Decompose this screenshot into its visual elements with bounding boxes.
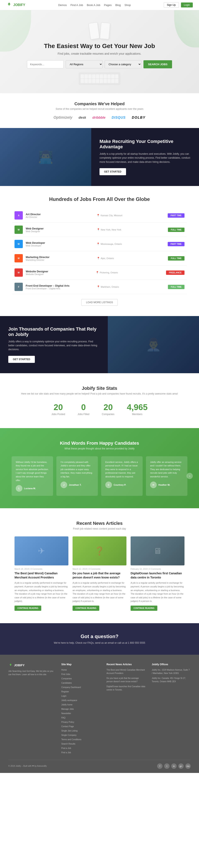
nav-book-job[interactable]: Book A Job	[87, 3, 100, 7]
sitemap-link-register[interactable]: Register	[61, 690, 69, 693]
sitemap-link-faq[interactable]: FAQ	[61, 717, 65, 719]
testimonials-next-button[interactable]: ›	[187, 473, 193, 479]
job-title-4: Website Designer	[26, 270, 93, 273]
login-button[interactable]: Login	[181, 2, 193, 7]
footer-bottom: © 2019 Jobify – Built with ❤ by Astoundi…	[8, 760, 191, 769]
footer-news-link-1[interactable]: Do you have a job that the average perso…	[107, 677, 139, 683]
news-subtitle: Fresh job-related news content posted ea…	[12, 527, 187, 530]
logo-optimizely: Optimizely	[54, 115, 72, 120]
testimonials-section: Kind Words From Happy Candidates What th…	[0, 428, 199, 508]
nav-demos[interactable]: Demos	[58, 3, 67, 7]
sitemap-link-search-results[interactable]: Search Results	[61, 743, 76, 745]
news-article-title-2: DigitalOcean launches first Canadian dat…	[131, 571, 184, 580]
sitemap-link-companies[interactable]: Companies	[61, 678, 72, 680]
stat-number-0: 20	[51, 403, 65, 412]
stat-jobs-posted: 20 Jobs Posted	[51, 403, 65, 416]
load-more-button[interactable]: LOAD MORE LISTINGS	[81, 299, 118, 306]
sitemap-link-candidates[interactable]: Candidates	[61, 682, 72, 684]
footer-news-link-2[interactable]: DigitalOcean launches first Canadian dat…	[107, 685, 145, 691]
sitemap-link-workspace[interactable]: Jobify workspace	[61, 699, 77, 702]
job-badge-0[interactable]: PART TIME	[168, 213, 184, 218]
footer-office-1: Jobify Inc. Canada: 451 Yonge St 27, Tor…	[152, 677, 186, 683]
location-pin-icon: 📍	[96, 243, 100, 245]
sitemap-link-newsletter[interactable]: Newsletter	[61, 712, 71, 715]
avatar-3: H	[150, 482, 157, 488]
job-subtitle-1: Web Designer	[26, 230, 94, 232]
signup-button[interactable]: Sign Up	[164, 2, 179, 8]
list-item: Jobify workspace	[61, 699, 100, 702]
footer-news-link-0[interactable]: The Best (and Worst) Canadian Merchant A…	[107, 669, 145, 674]
keyword-input[interactable]	[27, 60, 64, 68]
job-badge-2[interactable]: PART TIME	[168, 242, 184, 246]
job-logo-3: M	[15, 254, 23, 262]
footer-sitemap: Site Map Home Find Jobs Companies Candid…	[61, 663, 100, 755]
join-cta-button[interactable]: GET STARTED	[8, 356, 35, 363]
testimonial-author-1: J Jonathan T.	[60, 482, 94, 488]
footer-recent-news: Recent News Articles The Best (and Worst…	[107, 663, 145, 755]
stats-section: Jobify Site Stats Here we list our site …	[0, 373, 199, 428]
nav-pages[interactable]: Pages	[104, 3, 112, 7]
testimonials-grid: Without Jobify I'd be homeless, they fou…	[8, 456, 191, 496]
list-item: Jobify Inc. Canada: 451 Yonge St 27, Tor…	[152, 676, 191, 683]
list-item: Search Results	[61, 742, 100, 745]
nav-find-job[interactable]: Find A Job	[70, 3, 83, 7]
sitemap-link-jobify-home[interactable]: Jobify home	[61, 704, 73, 706]
facebook-icon[interactable]: f	[157, 764, 163, 769]
continue-reading-0[interactable]: CONTINUE READING	[15, 606, 41, 611]
continue-reading-2[interactable]: CONTINUE READING	[131, 606, 157, 611]
sitemap-link-single-job[interactable]: Single Job Listing	[61, 730, 78, 732]
job-badge-3[interactable]: FULL TIME	[168, 256, 184, 260]
job-title-0: Art Director	[26, 213, 94, 216]
sitemap-link-find-jobs[interactable]: Find Jobs	[61, 673, 70, 675]
rss-icon[interactable]: rss	[185, 764, 191, 769]
job-title-2: Web Developer	[26, 241, 94, 244]
list-item: Manage Jobs	[61, 707, 100, 710]
footer-news-title: Recent News Articles	[107, 663, 145, 666]
job-title-1: Web Designer	[26, 227, 94, 230]
cta-title: Got a question?	[6, 633, 193, 639]
footer-brand: JOBIFY Job Searching Just Got Easy. We l…	[8, 663, 55, 755]
sitemap-link-single-company[interactable]: Single Company	[61, 734, 77, 736]
testimonial-author-2: C Courtney P.	[105, 482, 139, 488]
sitemap-link-contact[interactable]: Contact Page	[61, 725, 74, 727]
footer-top: JOBIFY Job Searching Just Got Easy. We l…	[8, 663, 191, 755]
sitemap-link-dashboard[interactable]: Company Dashboard	[61, 686, 81, 688]
footer-sitemap-title: Site Map	[61, 663, 100, 666]
category-select[interactable]: Choose a category	[105, 60, 141, 68]
sitemap-link-login[interactable]: Login	[61, 695, 66, 697]
sitemap-link-manage-jobs[interactable]: Manage Jobs	[61, 708, 74, 710]
list-item: Candidates	[61, 681, 100, 684]
sitemap-link-privacy[interactable]: Privacy Policy	[61, 721, 74, 723]
svg-marker-3	[9, 664, 11, 666]
sitemap-link-find-job[interactable]: Find a Job	[61, 751, 71, 754]
testimonials-subtitle: What these people thought about the serv…	[8, 447, 191, 450]
list-item: Company Dashboard	[61, 685, 100, 689]
continue-reading-1[interactable]: CONTINUE READING	[73, 606, 99, 611]
nav-blog[interactable]: Blog	[115, 3, 121, 7]
googleplus-icon[interactable]: g+	[178, 764, 184, 769]
job-badge-1[interactable]: FULL TIME	[168, 228, 184, 232]
nav-logo[interactable]: JOBIFY	[6, 2, 25, 8]
nav-shop[interactable]: Shop	[124, 3, 131, 7]
logo-text: JOBIFY	[13, 3, 25, 7]
footer-offices-list: Jobify Inc. 1529 Madison Avenue, Suite 7…	[152, 668, 191, 683]
sitemap-link-post-job[interactable]: Post a Job	[61, 747, 71, 749]
job-location-3: 📍 Ajax, Ontario	[97, 257, 165, 260]
job-badge-5[interactable]: FULL TIME	[168, 285, 184, 289]
stat-number-3: 4,965	[127, 403, 148, 412]
search-button[interactable]: SEARCH JOBS	[143, 60, 172, 68]
recruiting-person-photo: 👨‍💻	[0, 128, 91, 186]
recruiting-cta-button[interactable]: GET STARTED	[100, 168, 126, 175]
twitter-icon[interactable]: t	[164, 764, 170, 769]
news-excerpt-2: A job is a regular activity performed in…	[131, 581, 184, 603]
stat-number-1: 0	[78, 403, 89, 412]
testimonial-text-3: Jobify offer an amazing service and I co…	[150, 460, 183, 478]
region-select[interactable]: All Regions	[66, 60, 103, 68]
job-badge-4[interactable]: FREELANCE	[166, 271, 184, 275]
list-item: Do you have a job that the average perso…	[107, 676, 145, 683]
linkedin-icon[interactable]: in	[171, 764, 177, 769]
news-card-0: ✈ March 18, 2019 | 0 Comments The Best (…	[15, 536, 68, 611]
job-subtitle-2: Web Developer	[26, 244, 94, 247]
sitemap-link-home[interactable]: Home	[61, 669, 67, 671]
sitemap-link-terms[interactable]: Terms and Conditions	[61, 738, 82, 741]
